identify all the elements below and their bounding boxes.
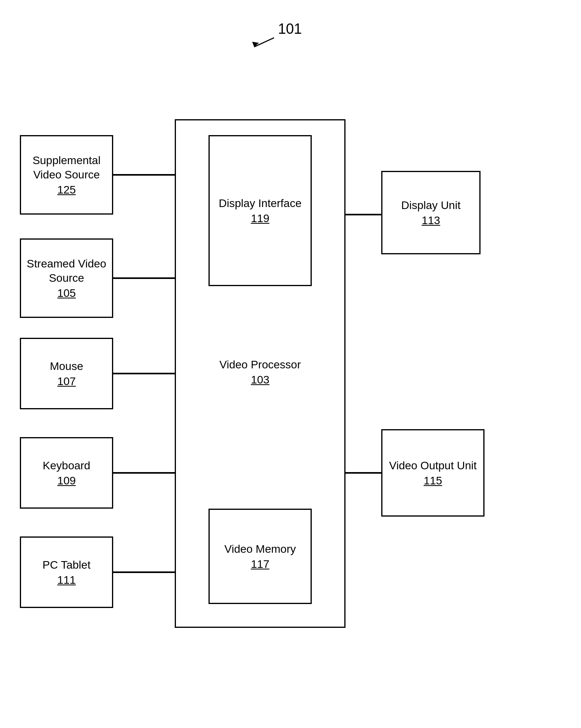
mouse-box: Mouse 107: [20, 338, 113, 409]
video-output-unit-box: Video Output Unit 115: [381, 429, 484, 517]
keyboard-box: Keyboard 109: [20, 437, 113, 509]
pc-tablet-box: PC Tablet 111: [20, 536, 113, 608]
display-interface-box: Display Interface 119: [208, 135, 312, 286]
svg-line-1: [254, 38, 274, 47]
streamed-video-source-box: Streamed Video Source 105: [20, 238, 113, 318]
diagram: 101 Video Processor 103 Display I: [0, 0, 581, 728]
diagram-label: 101: [230, 20, 318, 53]
supplemental-video-source-box: Supplemental Video Source 125: [20, 135, 113, 215]
svg-text:101: 101: [278, 21, 302, 37]
video-memory-box: Video Memory 117: [208, 509, 312, 604]
video-processor-label: Video Processor 103: [187, 358, 334, 386]
display-unit-box: Display Unit 113: [381, 171, 481, 254]
